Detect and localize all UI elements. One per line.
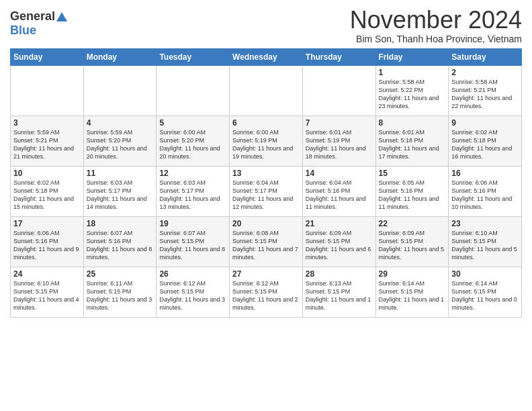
calendar-day-cell: 1Sunrise: 5:58 AM Sunset: 5:22 PM Daylig…: [375, 65, 449, 116]
day-number: 4: [87, 118, 154, 128]
day-number: 20: [232, 219, 300, 228]
title-section: November 2024 Bim Son, Thanh Hoa Provinc…: [350, 7, 522, 44]
day-number: 14: [306, 169, 373, 178]
day-info: Sunrise: 6:06 AM Sunset: 5:16 PM Dayligh…: [13, 229, 81, 262]
logo-general-text: General: [10, 9, 55, 24]
day-info: Sunrise: 6:08 AM Sunset: 5:15 PM Dayligh…: [232, 229, 300, 262]
calendar-header-cell: Thursday: [302, 48, 375, 65]
calendar-day-cell: 23Sunrise: 6:10 AM Sunset: 5:15 PM Dayli…: [449, 216, 522, 267]
calendar-day-cell: 19Sunrise: 6:07 AM Sunset: 5:15 PM Dayli…: [157, 216, 230, 267]
month-title: November 2024: [350, 7, 522, 34]
calendar-header-cell: Sunday: [11, 48, 84, 65]
calendar-day-cell: [83, 65, 157, 116]
calendar-day-cell: 7Sunrise: 6:01 AM Sunset: 5:19 PM Daylig…: [302, 116, 375, 166]
day-info: Sunrise: 6:13 AM Sunset: 5:15 PM Dayligh…: [306, 279, 373, 312]
logo: General Blue: [10, 9, 67, 38]
day-info: Sunrise: 6:12 AM Sunset: 5:15 PM Dayligh…: [159, 279, 226, 312]
day-info: Sunrise: 6:12 AM Sunset: 5:15 PM Dayligh…: [232, 279, 300, 312]
calendar-day-cell: 29Sunrise: 6:14 AM Sunset: 5:15 PM Dayli…: [375, 267, 449, 317]
day-number: 2: [451, 68, 519, 77]
location-subtitle: Bim Son, Thanh Hoa Province, Vietnam: [350, 34, 522, 44]
calendar-header-cell: Monday: [83, 48, 157, 65]
calendar-week-row: 3Sunrise: 5:59 AM Sunset: 5:21 PM Daylig…: [11, 116, 522, 166]
day-number: 16: [451, 169, 519, 178]
day-number: 13: [232, 169, 300, 178]
calendar-day-cell: 3Sunrise: 5:59 AM Sunset: 5:21 PM Daylig…: [11, 116, 84, 166]
day-info: Sunrise: 6:07 AM Sunset: 5:15 PM Dayligh…: [159, 229, 226, 262]
calendar-day-cell: 8Sunrise: 6:01 AM Sunset: 5:18 PM Daylig…: [375, 116, 449, 166]
calendar-day-cell: [11, 65, 84, 116]
calendar-day-cell: 18Sunrise: 6:07 AM Sunset: 5:16 PM Dayli…: [83, 216, 157, 267]
day-info: Sunrise: 6:03 AM Sunset: 5:17 PM Dayligh…: [159, 179, 226, 212]
day-number: 27: [232, 269, 300, 279]
day-info: Sunrise: 6:14 AM Sunset: 5:15 PM Dayligh…: [451, 279, 519, 312]
calendar-day-cell: 22Sunrise: 6:09 AM Sunset: 5:15 PM Dayli…: [375, 216, 449, 267]
day-info: Sunrise: 6:02 AM Sunset: 5:18 PM Dayligh…: [451, 128, 519, 161]
calendar-day-cell: 4Sunrise: 5:59 AM Sunset: 5:20 PM Daylig…: [83, 116, 157, 166]
calendar-day-cell: 28Sunrise: 6:13 AM Sunset: 5:15 PM Dayli…: [302, 267, 375, 317]
calendar-week-row: 1Sunrise: 5:58 AM Sunset: 5:22 PM Daylig…: [11, 65, 522, 116]
day-number: 29: [379, 269, 446, 279]
calendar-body: 1Sunrise: 5:58 AM Sunset: 5:22 PM Daylig…: [11, 65, 522, 317]
day-number: 25: [87, 269, 154, 279]
calendar-day-cell: 30Sunrise: 6:14 AM Sunset: 5:15 PM Dayli…: [449, 267, 522, 317]
day-info: Sunrise: 6:02 AM Sunset: 5:18 PM Dayligh…: [13, 179, 81, 212]
calendar-day-cell: 24Sunrise: 6:10 AM Sunset: 5:15 PM Dayli…: [11, 267, 84, 317]
day-info: Sunrise: 5:59 AM Sunset: 5:20 PM Dayligh…: [87, 128, 154, 161]
day-info: Sunrise: 6:10 AM Sunset: 5:15 PM Dayligh…: [451, 229, 519, 262]
day-info: Sunrise: 6:06 AM Sunset: 5:16 PM Dayligh…: [451, 179, 519, 212]
day-number: 7: [306, 118, 373, 128]
calendar-header-cell: Wednesday: [230, 48, 303, 65]
calendar-day-cell: 17Sunrise: 6:06 AM Sunset: 5:16 PM Dayli…: [11, 216, 84, 267]
day-number: 12: [159, 169, 226, 178]
calendar-day-cell: 10Sunrise: 6:02 AM Sunset: 5:18 PM Dayli…: [11, 166, 84, 216]
calendar-header-cell: Tuesday: [157, 48, 230, 65]
day-number: 19: [159, 219, 226, 228]
calendar-day-cell: 20Sunrise: 6:08 AM Sunset: 5:15 PM Dayli…: [230, 216, 303, 267]
day-number: 21: [306, 219, 373, 228]
day-number: 8: [379, 118, 446, 128]
calendar-day-cell: 15Sunrise: 6:05 AM Sunset: 5:16 PM Dayli…: [375, 166, 449, 216]
calendar-day-cell: 6Sunrise: 6:00 AM Sunset: 5:19 PM Daylig…: [230, 116, 303, 166]
calendar-day-cell: 16Sunrise: 6:06 AM Sunset: 5:16 PM Dayli…: [449, 166, 522, 216]
day-info: Sunrise: 6:01 AM Sunset: 5:18 PM Dayligh…: [379, 128, 446, 161]
day-number: 9: [451, 118, 519, 128]
day-number: 6: [232, 118, 300, 128]
logo-triangle-icon: [56, 12, 67, 21]
day-info: Sunrise: 6:01 AM Sunset: 5:19 PM Dayligh…: [306, 128, 373, 161]
day-info: Sunrise: 5:59 AM Sunset: 5:21 PM Dayligh…: [13, 128, 81, 161]
day-number: 23: [451, 219, 519, 228]
day-number: 22: [379, 219, 446, 228]
day-number: 18: [87, 219, 154, 228]
calendar-day-cell: 12Sunrise: 6:03 AM Sunset: 5:17 PM Dayli…: [157, 166, 230, 216]
logo-blue-text: Blue: [10, 24, 36, 38]
calendar-day-cell: 2Sunrise: 5:58 AM Sunset: 5:21 PM Daylig…: [449, 65, 522, 116]
calendar-day-cell: 26Sunrise: 6:12 AM Sunset: 5:15 PM Dayli…: [157, 267, 230, 317]
calendar-day-cell: [230, 65, 303, 116]
calendar-table: SundayMondayTuesdayWednesdayThursdayFrid…: [10, 48, 522, 318]
day-info: Sunrise: 6:14 AM Sunset: 5:15 PM Dayligh…: [379, 279, 446, 312]
day-number: 10: [13, 169, 81, 178]
day-info: Sunrise: 6:00 AM Sunset: 5:19 PM Dayligh…: [232, 128, 300, 161]
day-number: 24: [13, 269, 81, 279]
day-info: Sunrise: 6:10 AM Sunset: 5:15 PM Dayligh…: [13, 279, 81, 312]
day-info: Sunrise: 6:07 AM Sunset: 5:16 PM Dayligh…: [87, 229, 154, 262]
day-info: Sunrise: 6:00 AM Sunset: 5:20 PM Dayligh…: [159, 128, 226, 161]
day-number: 1: [379, 68, 446, 77]
calendar-day-cell: 25Sunrise: 6:11 AM Sunset: 5:15 PM Dayli…: [83, 267, 157, 317]
calendar-week-row: 17Sunrise: 6:06 AM Sunset: 5:16 PM Dayli…: [11, 216, 522, 267]
day-info: Sunrise: 6:03 AM Sunset: 5:17 PM Dayligh…: [87, 179, 154, 212]
day-number: 17: [13, 219, 81, 228]
day-number: 5: [159, 118, 226, 128]
day-info: Sunrise: 6:09 AM Sunset: 5:15 PM Dayligh…: [306, 229, 373, 262]
day-info: Sunrise: 6:11 AM Sunset: 5:15 PM Dayligh…: [87, 279, 154, 312]
calendar-week-row: 24Sunrise: 6:10 AM Sunset: 5:15 PM Dayli…: [11, 267, 522, 317]
day-number: 26: [159, 269, 226, 279]
calendar-day-cell: [302, 65, 375, 116]
calendar-day-cell: 27Sunrise: 6:12 AM Sunset: 5:15 PM Dayli…: [230, 267, 303, 317]
calendar-day-cell: 11Sunrise: 6:03 AM Sunset: 5:17 PM Dayli…: [83, 166, 157, 216]
day-info: Sunrise: 6:04 AM Sunset: 5:16 PM Dayligh…: [306, 179, 373, 212]
day-number: 30: [451, 269, 519, 279]
calendar-day-cell: 5Sunrise: 6:00 AM Sunset: 5:20 PM Daylig…: [157, 116, 230, 166]
calendar-week-row: 10Sunrise: 6:02 AM Sunset: 5:18 PM Dayli…: [11, 166, 522, 216]
